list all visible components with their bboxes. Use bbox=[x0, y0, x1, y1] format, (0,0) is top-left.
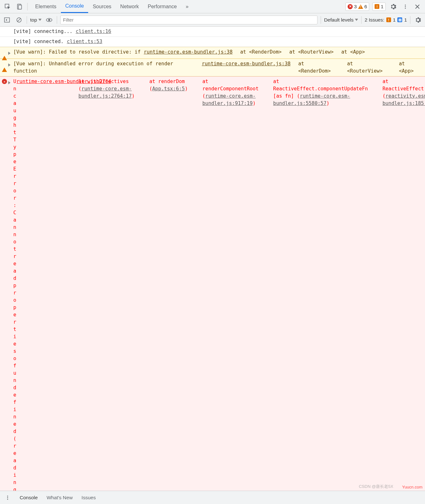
info-count: 1 bbox=[381, 4, 383, 10]
drawer-tabs: ConsoleWhat's NewIssues bbox=[20, 495, 96, 501]
stack-link[interactable]: runtime-core.esm-bundler.js:917:19 bbox=[202, 93, 256, 106]
chevron-down-icon bbox=[38, 19, 42, 21]
issues-blue-count: 1 bbox=[404, 17, 407, 23]
message-text: [Vue warn]: Unhandled error during execu… bbox=[13, 61, 176, 74]
stack-frame: at renderComponentRoot (runtime-core.esm… bbox=[188, 78, 258, 491]
tab-sources[interactable]: Sources bbox=[88, 0, 116, 13]
component-stack-line: at <RenderDom> bbox=[232, 48, 282, 57]
drawer-tab-what-s-new[interactable]: What's New bbox=[47, 495, 73, 501]
source-link[interactable]: client.ts:53 bbox=[67, 39, 102, 44]
context-selector[interactable]: top bbox=[30, 17, 42, 23]
stack-link[interactable]: runtime-core.esm-bundler.js:5580:57 bbox=[273, 93, 350, 106]
console-settings-icon[interactable] bbox=[414, 16, 422, 24]
message-text: [vite] connecting... bbox=[13, 29, 73, 34]
console-toolbar: top Default levels 2 Issues: ! 1 ▤ 1 bbox=[0, 13, 425, 27]
console-messages[interactable]: [vite] connecting...client.ts:16[vite] c… bbox=[0, 27, 425, 491]
stack-link[interactable]: runtime-core.esm-bundler.js:2764:17 bbox=[78, 86, 132, 99]
error-count: 3 bbox=[354, 4, 357, 10]
svg-rect-2 bbox=[18, 5, 22, 9]
warning-icon bbox=[2, 50, 7, 60]
devtools-tabbar: ElementsConsoleSourcesNetworkPerformance… bbox=[0, 0, 425, 13]
svg-point-9 bbox=[48, 19, 50, 21]
console-message[interactable]: ✕Uncaught TypeError: Cannot read propert… bbox=[0, 76, 425, 491]
source-link[interactable]: runtime-core.esm-bundler.js:38 bbox=[202, 61, 291, 67]
expand-icon[interactable] bbox=[8, 52, 10, 55]
info-count-badge[interactable]: ! 1 bbox=[372, 3, 386, 11]
warning-icon bbox=[358, 4, 363, 9]
error-icon: ✕ bbox=[2, 79, 7, 84]
message-text: [vite] connected. bbox=[13, 39, 64, 44]
svg-point-12 bbox=[7, 499, 8, 500]
error-icon: ✕ bbox=[348, 4, 353, 9]
message-text: [Vue warn]: Failed to resolve directive:… bbox=[13, 49, 141, 55]
tabbar-left bbox=[0, 2, 31, 11]
stack-frame: at withDirectives (runtime-core.esm-bund… bbox=[64, 78, 134, 491]
svg-point-10 bbox=[7, 495, 8, 496]
tab-network[interactable]: Network bbox=[116, 0, 143, 13]
stack-link[interactable]: reactivity.esm-bundler.js:185:25 bbox=[383, 93, 425, 106]
console-message[interactable]: [Vue warn]: Unhandled error during execu… bbox=[0, 59, 425, 76]
divider bbox=[321, 16, 321, 24]
divider bbox=[361, 16, 362, 24]
comment-icon: ▤ bbox=[397, 17, 402, 22]
issues-info-count: 1 bbox=[393, 17, 396, 23]
svg-point-3 bbox=[405, 4, 406, 5]
drawer: ConsoleWhat's NewIssues bbox=[0, 491, 425, 504]
stack-link[interactable]: App.tsx:6:5 bbox=[152, 86, 185, 92]
drawer-tab-console[interactable]: Console bbox=[20, 495, 38, 501]
warning-icon bbox=[2, 62, 7, 72]
component-stack-line: at <RouterView> bbox=[339, 60, 391, 75]
issues-label: 2 Issues: bbox=[365, 17, 384, 23]
svg-point-4 bbox=[405, 6, 406, 7]
close-icon[interactable] bbox=[413, 2, 422, 11]
filter-input[interactable] bbox=[60, 16, 317, 24]
stack-frame: at ReactiveEffect.componentUpdateFn [as … bbox=[258, 78, 368, 491]
info-icon: ! bbox=[386, 17, 391, 22]
tab-elements[interactable]: Elements bbox=[31, 0, 61, 13]
divider bbox=[27, 16, 27, 24]
expand-icon[interactable] bbox=[8, 81, 10, 84]
drawer-tab-issues[interactable]: Issues bbox=[82, 495, 96, 501]
chevron-down-icon bbox=[355, 19, 358, 21]
levels-label: Default levels bbox=[324, 17, 354, 23]
stack-frame: at ReactiveEffect.run (reactivity.esm-bu… bbox=[368, 78, 425, 491]
expand-icon[interactable] bbox=[8, 63, 10, 67]
settings-icon[interactable] bbox=[389, 2, 398, 11]
divider bbox=[27, 3, 28, 10]
issues-button[interactable]: 2 Issues: ! 1 ▤ 1 bbox=[365, 17, 407, 23]
tab-performance[interactable]: Performance bbox=[143, 0, 181, 13]
component-stack-line: at <App> bbox=[391, 60, 422, 75]
csdn-watermark: CSDN @唐长老5X bbox=[359, 484, 393, 489]
component-stack-line: at <RouterView> bbox=[282, 48, 334, 57]
console-message[interactable]: [Vue warn]: Failed to resolve directive:… bbox=[0, 47, 425, 59]
tab-console[interactable]: Console bbox=[61, 0, 88, 13]
toggle-sidebar-icon[interactable] bbox=[3, 16, 11, 24]
clear-console-icon[interactable] bbox=[15, 16, 23, 24]
component-stack-line: at <RenderDom> bbox=[291, 60, 339, 75]
error-warn-counts[interactable]: ✕ 3 6 bbox=[345, 3, 369, 11]
device-toolbar-icon[interactable] bbox=[15, 2, 24, 11]
tabbar-right: ✕ 3 6 ! 1 bbox=[345, 2, 425, 11]
kebab-menu-icon[interactable] bbox=[3, 493, 12, 502]
context-label: top bbox=[30, 17, 37, 23]
stack-frame: at renderDom (App.tsx:6:5) bbox=[135, 78, 188, 491]
divider bbox=[410, 16, 410, 24]
svg-point-5 bbox=[405, 8, 406, 9]
divider bbox=[57, 16, 57, 24]
component-stack-line: at <App> bbox=[334, 48, 365, 57]
kebab-menu-icon[interactable] bbox=[401, 2, 410, 11]
log-levels-selector[interactable]: Default levels bbox=[324, 17, 358, 23]
console-message[interactable]: [vite] connected.client.ts:53 bbox=[0, 37, 425, 47]
warning-count: 6 bbox=[364, 4, 367, 10]
source-link[interactable]: client.ts:16 bbox=[76, 29, 111, 34]
console-message[interactable]: [vite] connecting...client.ts:16 bbox=[0, 27, 425, 37]
tabs-overflow[interactable]: » bbox=[181, 0, 193, 13]
tabs: ElementsConsoleSourcesNetworkPerformance bbox=[31, 0, 181, 13]
live-expression-icon[interactable] bbox=[45, 16, 54, 24]
site-watermark: Yuucn.com bbox=[402, 485, 422, 489]
info-icon: ! bbox=[375, 4, 379, 9]
source-link[interactable]: runtime-core.esm-bundler.js:38 bbox=[144, 49, 232, 55]
svg-point-11 bbox=[7, 497, 8, 498]
inspect-icon[interactable] bbox=[3, 2, 12, 11]
